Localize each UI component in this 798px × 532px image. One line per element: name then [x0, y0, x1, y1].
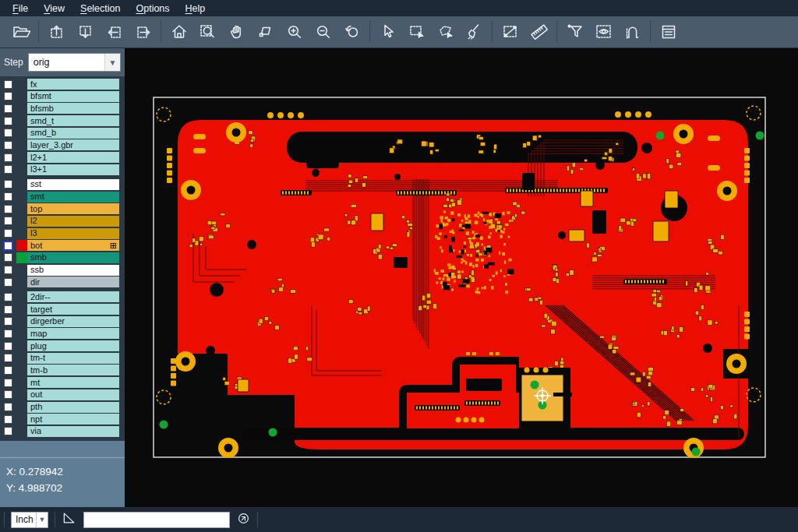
- layer-row-sst[interactable]: sst: [0, 179, 125, 190]
- layer-checkbox[interactable]: [4, 390, 12, 399]
- layer-checkbox[interactable]: [4, 305, 12, 314]
- layer-label[interactable]: top: [27, 203, 119, 214]
- layer-row-l2+1[interactable]: l2+1: [0, 152, 125, 163]
- pcb-viewport[interactable]: [125, 48, 798, 507]
- filter-button[interactable]: [560, 18, 589, 46]
- layer-checkbox[interactable]: [4, 278, 12, 287]
- layer-label[interactable]: mt: [27, 377, 119, 388]
- layer-row-plug[interactable]: plug: [0, 340, 125, 351]
- layer-label[interactable]: bot⊞: [27, 240, 119, 251]
- layer-checkbox[interactable]: [4, 415, 12, 424]
- layer-row-smd_t[interactable]: smd_t: [0, 115, 125, 126]
- layer-checkbox[interactable]: [4, 293, 12, 301]
- layer-row-fx[interactable]: fx: [0, 79, 125, 90]
- layer-row-tm-t[interactable]: tm-t: [0, 353, 125, 364]
- layer-row-dirgerber[interactable]: dirgerber: [0, 316, 125, 327]
- layer-label[interactable]: sst: [27, 179, 119, 190]
- select-poly-button[interactable]: [431, 18, 460, 46]
- layer-row-l3+1[interactable]: l3+1: [0, 164, 125, 175]
- layer-row-target[interactable]: target: [0, 304, 125, 315]
- show-selection-button[interactable]: [589, 18, 618, 46]
- layer-row-npt[interactable]: npt: [0, 414, 125, 425]
- snap-button[interactable]: [618, 18, 647, 46]
- layer-label[interactable]: pth: [27, 402, 119, 413]
- layer-label[interactable]: bfsmt: [27, 91, 119, 102]
- zoom-area-button[interactable]: [193, 18, 222, 46]
- menu-options[interactable]: Options: [128, 2, 177, 16]
- layer-checkbox[interactable]: [4, 104, 12, 113]
- layer-checkbox[interactable]: [4, 165, 12, 174]
- clean-button[interactable]: [460, 18, 489, 46]
- layer-checkbox[interactable]: [4, 80, 12, 89]
- measure-diagonal-button[interactable]: [496, 18, 524, 46]
- menu-view[interactable]: View: [36, 2, 72, 16]
- layer-label[interactable]: npt: [27, 414, 119, 425]
- layer-label[interactable]: smd_t: [27, 115, 119, 126]
- menu-help[interactable]: Help: [178, 2, 214, 16]
- layer-checkbox[interactable]: [4, 205, 12, 213]
- layer-label[interactable]: out: [27, 389, 119, 400]
- layer-label[interactable]: smd_b: [27, 128, 119, 139]
- select-rect-button[interactable]: [402, 18, 431, 46]
- move-left-button[interactable]: [100, 18, 129, 46]
- home-button[interactable]: [164, 18, 193, 46]
- layer-label[interactable]: dirgerber: [27, 316, 119, 327]
- layer-label[interactable]: layer_3.gbr: [27, 139, 119, 150]
- layer-row-dir[interactable]: dir: [0, 277, 125, 287]
- select-button[interactable]: [373, 18, 402, 46]
- layer-checkbox[interactable]: [4, 266, 12, 274]
- layer-row-ssb[interactable]: ssb: [0, 265, 125, 276]
- unit-select[interactable]: Inch ▼: [11, 512, 48, 528]
- layer-checkbox[interactable]: [4, 403, 12, 411]
- chevron-down-icon[interactable]: ▼: [104, 54, 120, 71]
- layer-label[interactable]: smb: [27, 252, 119, 263]
- layer-label[interactable]: ssb: [27, 265, 119, 276]
- layer-row-smb[interactable]: smb: [0, 252, 125, 263]
- open-button[interactable]: [6, 18, 35, 46]
- menu-selection[interactable]: Selection: [72, 2, 128, 16]
- layer-row-out[interactable]: out: [0, 389, 125, 400]
- layer-row-pth[interactable]: pth: [0, 402, 125, 413]
- layer-row-mt[interactable]: mt: [0, 377, 125, 388]
- layer-row-via[interactable]: via: [0, 426, 125, 437]
- chevron-down-icon[interactable]: ▼: [36, 513, 48, 527]
- layer-checkbox[interactable]: [4, 354, 12, 362]
- layer-row-layer_3.gbr[interactable]: layer_3.gbr: [0, 139, 125, 150]
- move-up-button[interactable]: [42, 18, 71, 46]
- layer-checkbox[interactable]: [4, 217, 12, 225]
- layer-checkbox[interactable]: [4, 317, 12, 326]
- report-button[interactable]: [654, 18, 683, 46]
- layer-row-tm-b[interactable]: tm-b: [0, 365, 125, 375]
- layer-row-bfsmt[interactable]: bfsmt: [0, 91, 125, 102]
- layer-checkbox[interactable]: [4, 153, 12, 162]
- layer-checkbox[interactable]: [4, 229, 12, 238]
- layer-checkbox[interactable]: [4, 117, 12, 125]
- move-right-button[interactable]: [129, 18, 157, 46]
- layer-checkbox[interactable]: [4, 427, 12, 435]
- layer-label[interactable]: fx: [27, 79, 119, 90]
- pan-button[interactable]: [222, 18, 251, 46]
- layer-checkbox[interactable]: [4, 379, 12, 387]
- move-down-button[interactable]: [71, 18, 100, 46]
- layer-row-smt[interactable]: smt: [0, 192, 125, 203]
- layer-label[interactable]: l3+1: [27, 164, 119, 175]
- layer-checkbox[interactable]: [4, 180, 12, 188]
- layer-checkbox[interactable]: [3, 241, 13, 251]
- zoom-window-button[interactable]: [251, 18, 280, 46]
- layer-row-2dir--[interactable]: 2dir--: [0, 291, 125, 302]
- zoom-previous-button[interactable]: [337, 18, 366, 46]
- layer-row-top[interactable]: top: [0, 203, 125, 214]
- corner-ruler-icon[interactable]: [62, 510, 77, 529]
- layer-label[interactable]: target: [27, 304, 119, 315]
- layer-checkbox[interactable]: [4, 92, 12, 100]
- layer-checkbox[interactable]: [4, 366, 12, 375]
- layer-label[interactable]: bfsmb: [27, 103, 119, 114]
- layer-row-bfsmb[interactable]: bfsmb: [0, 103, 125, 114]
- layer-row-l3[interactable]: l3: [0, 228, 125, 239]
- ruler-button[interactable]: [524, 18, 553, 46]
- layer-label[interactable]: l3: [27, 228, 119, 239]
- layer-checkbox[interactable]: [4, 192, 12, 201]
- layer-row-smd_b[interactable]: smd_b: [0, 128, 125, 139]
- layer-row-bot[interactable]: bot⊞: [0, 240, 125, 251]
- layer-checkbox[interactable]: [4, 253, 12, 262]
